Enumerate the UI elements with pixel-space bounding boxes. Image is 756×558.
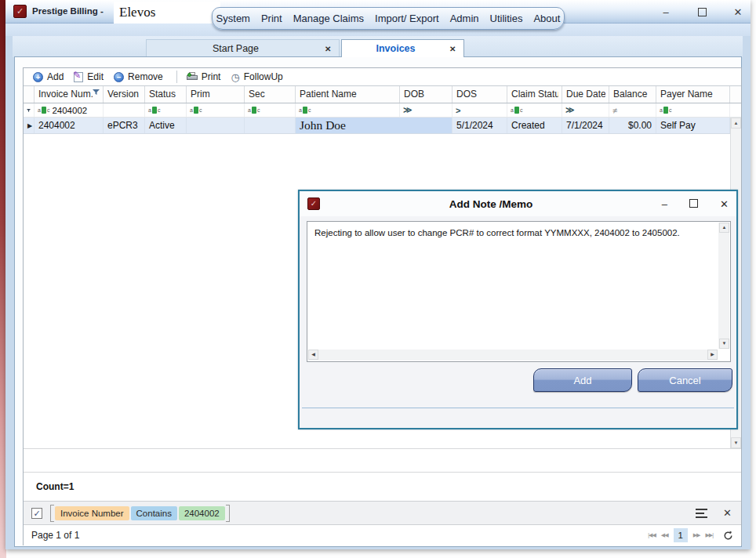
previous-page-icon[interactable]: ◀◀ (661, 532, 668, 538)
dialog-close-icon[interactable]: ✕ (720, 198, 729, 210)
column-header-status[interactable]: Status (145, 86, 187, 103)
text-filter-abc-icon[interactable]: ac (38, 107, 49, 114)
column-header-balance[interactable]: Balance (609, 86, 656, 103)
dialog-maximize-icon[interactable] (689, 198, 698, 210)
column-header-payer-name[interactable]: Payer Name (656, 86, 730, 103)
scroll-up-icon[interactable]: ▲ (719, 223, 729, 233)
greater-equal-filter-icon[interactable]: ≫ (565, 105, 575, 115)
column-header-invoice-number[interactable]: Invoice Num... (35, 86, 104, 103)
column-header-sec[interactable]: Sec (245, 86, 296, 103)
menu-item-print[interactable]: Print (256, 13, 288, 24)
close-icon[interactable]: ✕ (732, 5, 744, 18)
menu-item-import-export[interactable]: Import/ Export (369, 13, 445, 24)
filter-cell-claim-status[interactable]: ac (507, 103, 562, 117)
app-logo-icon: ✓ (13, 5, 27, 18)
greater-than-filter-icon[interactable]: > (456, 106, 460, 115)
print-button[interactable]: Print (184, 70, 228, 84)
filter-cell-dob[interactable]: ≫ (400, 103, 453, 117)
menu-item-system[interactable]: System (211, 13, 256, 24)
menu-item-utilities[interactable]: Utilities (485, 13, 529, 24)
maximize-icon[interactable] (696, 5, 708, 18)
followup-button[interactable]: ◷ FollowUp (227, 70, 289, 84)
refresh-icon[interactable] (723, 531, 733, 541)
scroll-down-icon[interactable]: ▼ (731, 437, 741, 448)
table-row-invoice-2404002[interactable]: ▶ 2404002 ePCR3 Active John Doe 5/1/2024… (24, 118, 741, 134)
cell-dos[interactable]: 5/1/2024 (453, 118, 507, 133)
tab-start-page[interactable]: Start Page ✕ (146, 39, 340, 57)
cell-payer-name[interactable]: Self Pay (656, 118, 730, 133)
note-vertical-scrollbar[interactable]: ▲ ▼ (718, 223, 729, 349)
filter-close-icon[interactable]: ✕ (723, 507, 733, 519)
text-filter-abc-icon[interactable]: ac (299, 107, 311, 114)
column-header-due-date[interactable]: Due Date (562, 86, 609, 103)
minimize-icon[interactable]: – (660, 5, 672, 18)
scroll-up-icon[interactable]: ▲ (731, 118, 741, 129)
text-filter-abc-icon[interactable]: ac (148, 107, 160, 114)
filter-active-funnel-icon[interactable] (93, 89, 100, 103)
filter-cell-payer-name[interactable]: ac (656, 103, 730, 117)
filter-enabled-checkbox[interactable]: ✓ (31, 508, 42, 519)
filter-value-pill[interactable]: 2404002 (179, 506, 225, 520)
first-page-icon[interactable]: |◀◀ (648, 532, 656, 538)
note-horizontal-scrollbar[interactable]: ◀ ▶ (308, 350, 718, 361)
last-page-icon[interactable]: ▶▶| (705, 532, 713, 538)
add-note-button[interactable]: Add (533, 368, 632, 392)
menu-item-about[interactable]: About (528, 13, 565, 24)
scroll-down-icon[interactable]: ▼ (719, 339, 729, 349)
scroll-right-icon[interactable]: ▶ (707, 350, 718, 360)
cell-version[interactable]: ePCR3 (104, 118, 145, 133)
menu-item-admin[interactable]: Admin (445, 13, 485, 24)
next-page-icon[interactable]: ▶▶ (693, 532, 700, 538)
cell-status[interactable]: Active (145, 118, 187, 133)
grid-bottom-divider (24, 448, 741, 449)
filter-cell-status[interactable]: ac (145, 103, 187, 117)
cell-balance[interactable]: $0.00 (609, 118, 656, 133)
menu-item-manage-claims[interactable]: Manage Claims (288, 13, 369, 24)
dialog-minimize-icon[interactable]: – (662, 198, 667, 210)
cell-claim-status[interactable]: Created (507, 118, 562, 133)
greater-equal-filter-icon[interactable]: ≫ (403, 105, 413, 115)
remove-button[interactable]: − Remove (111, 70, 170, 84)
text-filter-abc-icon[interactable]: ac (248, 107, 260, 114)
column-header-claim-status[interactable]: Claim Status (507, 86, 562, 103)
filter-cell-version[interactable] (104, 103, 145, 117)
tab-invoices-close-icon[interactable]: ✕ (449, 45, 463, 53)
filter-field-pill[interactable]: Invoice Number (55, 506, 129, 520)
cell-prim[interactable] (187, 118, 245, 133)
filter-cell-dos[interactable]: > (453, 103, 507, 117)
filter-menu-icon[interactable] (696, 509, 707, 518)
filter-cell-prim[interactable]: ac (187, 103, 245, 117)
note-text-area[interactable]: Rejecting to allow user to change PCR# t… (307, 221, 731, 362)
text-filter-abc-icon[interactable]: ac (190, 107, 202, 114)
cancel-button[interactable]: Cancel (638, 368, 732, 392)
cell-patient-name[interactable]: John Doe (296, 118, 453, 133)
filter-cell-patient-name[interactable]: ac (296, 103, 400, 117)
edit-button[interactable]: ✎ Edit (71, 70, 111, 84)
column-header-dob[interactable]: DOB (400, 86, 453, 103)
filter-bracket-open (50, 505, 54, 522)
cell-invoice-number[interactable]: 2404002 (35, 118, 104, 133)
column-header-patient-name[interactable]: Patient Name (296, 86, 400, 103)
tab-start-page-close-icon[interactable]: ✕ (325, 45, 339, 53)
cell-sec[interactable] (245, 118, 296, 133)
scroll-left-icon[interactable]: ◀ (308, 350, 318, 360)
column-header-prim[interactable]: Prim (187, 86, 245, 103)
filter-cell-invoice-number[interactable]: ac 2404002 (35, 103, 104, 117)
column-header-dos[interactable]: DOS (453, 86, 507, 103)
tab-invoices[interactable]: Invoices ✕ (341, 39, 464, 57)
not-equal-filter-icon[interactable]: ≠ (612, 106, 617, 115)
cell-due-date[interactable]: 7/1/2024 (562, 118, 609, 133)
filter-cell-sec[interactable]: ac (245, 103, 296, 117)
filter-cell-due-date[interactable]: ≫ (562, 103, 609, 117)
column-header-version[interactable]: Version (104, 86, 145, 103)
page-indicator: Page 1 of 1 (31, 530, 79, 541)
note-text[interactable]: Rejecting to allow user to change PCR# t… (307, 222, 718, 349)
current-page-button[interactable]: 1 (674, 528, 688, 542)
filter-cell-balance[interactable]: ≠ (609, 103, 656, 117)
add-button[interactable]: + Add (30, 70, 71, 84)
text-filter-abc-icon[interactable]: ac (660, 107, 671, 114)
text-filter-abc-icon[interactable]: ac (511, 107, 522, 114)
filter-operator-pill[interactable]: Contains (131, 506, 177, 520)
invoice-filter-value[interactable]: 2404002 (52, 106, 87, 115)
remove-button-label: Remove (128, 71, 163, 82)
